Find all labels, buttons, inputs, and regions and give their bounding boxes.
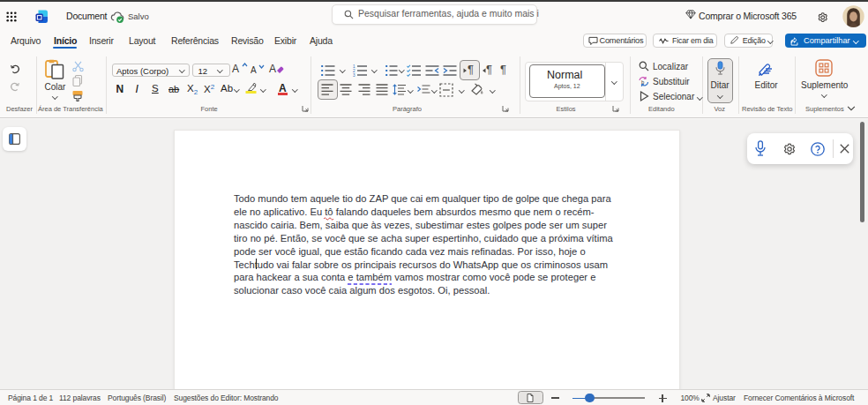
- svg-text:b: b: [641, 79, 645, 85]
- svg-text:3: 3: [353, 72, 355, 77]
